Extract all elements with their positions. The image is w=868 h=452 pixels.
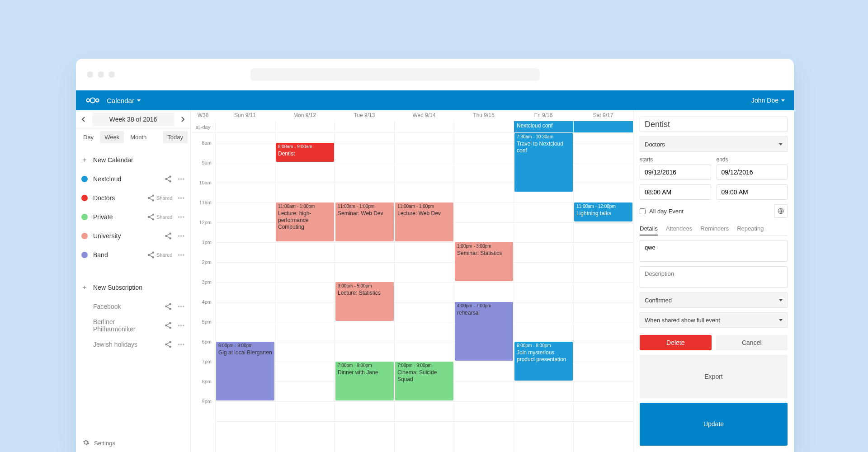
event-time: 11:00am - 1:00pm (338, 204, 392, 210)
calendar-select[interactable]: Doctors (640, 137, 788, 152)
allday-cell[interactable] (454, 121, 514, 132)
more-button[interactable]: ••• (178, 252, 185, 258)
today-button[interactable]: Today (163, 131, 188, 143)
share-button[interactable] (164, 321, 172, 330)
timezone-button[interactable] (774, 204, 788, 218)
calendar-event[interactable]: 11:00am - 1:00pmLecture: Web Dev (395, 202, 453, 241)
svg-point-23 (170, 327, 172, 329)
more-button[interactable]: ••• (178, 341, 185, 348)
settings-button[interactable]: Settings (76, 434, 190, 452)
more-button[interactable]: ••• (178, 176, 185, 182)
calendar-event[interactable]: 6:00pm - 9:00pmGig at local Biergarten (216, 342, 274, 400)
tab-details[interactable]: Details (640, 222, 658, 235)
location-input[interactable]: qwe (640, 240, 788, 262)
calendar-event[interactable]: 8:00am - 9:00amDentist (276, 143, 334, 162)
calendar-event[interactable]: 7:30am - 10:30amTravel to Nextcloud conf (514, 133, 573, 192)
view-week[interactable]: Week (100, 131, 124, 143)
tab-reminders[interactable]: Reminders (700, 222, 729, 235)
subscription-item[interactable]: Berliner Philharmoniker ••• (76, 316, 190, 335)
day-header: Sat 9/17 (573, 110, 633, 121)
new-calendar-button[interactable]: +New Calendar (76, 151, 190, 170)
more-button[interactable]: ••• (178, 322, 185, 329)
calendar-event[interactable]: 1:00pm - 3:00pmSeminar: Statistics (455, 242, 513, 281)
svg-point-26 (170, 346, 172, 348)
start-date-input[interactable] (640, 165, 711, 180)
start-time-input[interactable] (640, 184, 711, 200)
svg-point-12 (170, 233, 172, 235)
time-label: 12pm (191, 220, 215, 240)
svg-point-11 (152, 218, 154, 221)
delete-button[interactable]: Delete (640, 335, 712, 350)
event-title-input[interactable] (640, 117, 788, 132)
day-column[interactable]: 8:00am - 9:00amDentist11:00am - 1:00pmLe… (275, 133, 335, 452)
allday-cell[interactable] (215, 121, 275, 132)
visibility-select[interactable]: When shared show full event (640, 312, 788, 328)
share-button[interactable] (164, 340, 172, 348)
allday-cell[interactable]: Nextcloud conf (514, 121, 573, 132)
allday-cell[interactable] (275, 121, 335, 132)
calendar-event[interactable]: 11:00am - 12:00pmLightning talks (574, 202, 632, 221)
more-button[interactable]: ••• (178, 214, 185, 220)
status-select[interactable]: Confirmed (640, 292, 788, 308)
day-column[interactable]: 7:30am - 10:30amTravel to Nextcloud conf… (514, 133, 573, 452)
color-dot-icon (81, 195, 88, 201)
calendar-item[interactable]: Nextcloud ••• (76, 170, 190, 188)
calendar-item[interactable]: University ••• (76, 226, 190, 245)
share-button[interactable] (164, 302, 172, 311)
end-date-input[interactable] (717, 165, 788, 180)
calendar-event[interactable]: 7:00pm - 9:00pmDinner with Jane (335, 362, 394, 400)
svg-point-19 (165, 306, 168, 308)
export-button[interactable]: Export (640, 355, 788, 398)
app-title[interactable]: Calendar (107, 97, 141, 104)
next-week-button[interactable] (176, 110, 190, 128)
svg-point-18 (170, 303, 172, 306)
more-button[interactable]: ••• (178, 233, 185, 239)
user-menu[interactable]: John Doe (751, 97, 785, 104)
tab-repeating[interactable]: Repeating (737, 222, 764, 235)
more-button[interactable]: ••• (178, 195, 185, 201)
day-column[interactable]: 1:00pm - 3:00pmSeminar: Statistics4:00pm… (454, 133, 514, 452)
calendar-event[interactable]: 3:00pm - 5:00pmLecture: Statistics (335, 282, 394, 321)
cancel-button[interactable]: Cancel (716, 335, 788, 350)
subscription-item[interactable]: Facebook ••• (76, 297, 190, 316)
calendar-event[interactable]: 11:00am - 1:00pmSeminar: Web Dev (335, 202, 394, 241)
share-button[interactable]: Shared (147, 213, 172, 221)
calendar-item[interactable]: Doctors Shared ••• (76, 188, 190, 207)
share-button[interactable]: Shared (147, 194, 172, 202)
event-title: Lightning talks (576, 210, 630, 217)
svg-point-14 (170, 237, 172, 240)
more-button[interactable]: ••• (178, 303, 185, 310)
event-details-panel: Doctors starts ends All day Event (633, 110, 794, 452)
address-bar[interactable] (250, 68, 540, 81)
prev-week-button[interactable] (76, 110, 90, 128)
allday-cell[interactable] (335, 121, 394, 132)
end-time-input[interactable] (717, 184, 788, 200)
view-month[interactable]: Month (126, 131, 151, 143)
new-subscription-button[interactable]: +New Subscription (76, 278, 190, 297)
share-button[interactable] (164, 232, 172, 240)
calendar-item[interactable]: Band Shared ••• (76, 245, 190, 264)
subscription-item[interactable]: Jewish holidays ••• (76, 335, 190, 354)
calendar-event[interactable]: 4:00pm - 7:00pmrehearsal (455, 302, 513, 361)
update-button[interactable]: Update (640, 403, 788, 446)
calendar-item[interactable]: Private Shared ••• (76, 207, 190, 226)
allday-cell[interactable] (394, 121, 454, 132)
calendar-event[interactable]: 7:00pm - 9:00pmCinema: Suicide Squad (395, 362, 453, 400)
share-button[interactable] (164, 175, 172, 183)
tab-attendees[interactable]: Attendees (666, 222, 693, 235)
day-column[interactable]: 6:00pm - 9:00pmGig at local Biergarten (215, 133, 275, 452)
share-button[interactable]: Shared (147, 251, 172, 259)
day-column[interactable]: 11:00am - 12:00pmLightning talks (573, 133, 633, 452)
calendar-event[interactable]: 6:00pm - 8:00pmJoin mysterious product p… (514, 342, 573, 381)
day-column[interactable]: 11:00am - 1:00pmSeminar: Web Dev3:00pm -… (335, 133, 394, 452)
view-day[interactable]: Day (79, 131, 98, 143)
allday-cell[interactable] (573, 121, 633, 132)
color-dot-icon (81, 252, 88, 258)
time-label: 8pm (191, 379, 215, 399)
calendar-event[interactable]: 11:00am - 1:00pmLecture: high-performanc… (276, 202, 334, 241)
time-label: 5pm (191, 319, 215, 339)
day-column[interactable]: 11:00am - 1:00pmLecture: Web Dev7:00pm -… (394, 133, 454, 452)
time-label: 8am (191, 140, 215, 160)
allday-checkbox[interactable] (640, 208, 646, 214)
description-input[interactable] (640, 266, 788, 288)
